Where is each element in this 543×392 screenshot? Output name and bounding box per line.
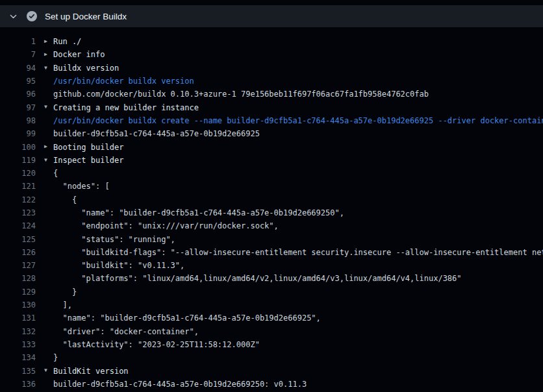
log-line[interactable]: 1 ▶ Run ./ — [0, 35, 543, 48]
collapsed-group-marker-icon[interactable]: ▶ — [36, 35, 53, 48]
log-line: 126 "buildkitd-flags": "--allow-insecure… — [0, 246, 543, 259]
log-text: "name": "builder-d9cfb5a1-c764-445a-a57e… — [53, 208, 344, 217]
log-text[interactable]: Inspect builder — [53, 156, 123, 165]
line-number[interactable]: 124 — [0, 221, 36, 230]
line-number[interactable]: 94 — [0, 64, 36, 73]
log-text[interactable]: BuildKit version — [53, 367, 129, 376]
line-number[interactable]: 7 — [0, 50, 36, 59]
log-text: } — [53, 288, 77, 297]
line-number[interactable]: 123 — [0, 208, 36, 217]
line-number[interactable]: 122 — [0, 195, 36, 204]
line-number[interactable]: 1 — [0, 37, 36, 46]
expanded-group-marker-icon[interactable]: ▼ — [36, 62, 53, 75]
line-number[interactable]: 131 — [0, 313, 36, 323]
collapsed-group-marker-icon[interactable]: ▶ — [36, 140, 53, 153]
log-line: 132 "driver": "docker-container", — [0, 325, 543, 338]
expanded-group-marker-icon[interactable]: ▼ — [36, 101, 53, 114]
log-text: "status": "running", — [53, 235, 175, 244]
expanded-group-marker-icon[interactable]: ▼ — [36, 154, 53, 167]
actions-log-page: { "header": { "title": "Set up Docker Bu… — [0, 0, 543, 392]
log-text: ], — [53, 300, 72, 310]
line-number[interactable]: 127 — [0, 261, 36, 270]
line-number[interactable]: 132 — [0, 327, 36, 336]
log-line: 98 /usr/bin/docker buildx create --name … — [0, 114, 543, 127]
log-line: 133 "lastActivity": "2023-02-25T11:58:12… — [0, 338, 543, 351]
log-line: 99 builder-d9cfb5a1-c764-445a-a57e-0b19d… — [0, 127, 543, 140]
expanded-group-marker-icon[interactable]: ▼ — [36, 364, 53, 377]
log-text[interactable]: Docker info — [53, 50, 105, 59]
log-line: 120 { — [0, 167, 543, 180]
log-line: 96 github.com/docker/buildx 0.10.3+azure… — [0, 88, 543, 101]
line-number[interactable]: 96 — [0, 90, 36, 99]
log-line[interactable]: 97 ▼ Creating a new builder instance — [0, 101, 543, 114]
log-line: 124 "endpoint": "unix:///var/run/docker.… — [0, 219, 543, 232]
line-number[interactable]: 120 — [0, 169, 36, 178]
step-header-set-up-docker-buildx[interactable]: Set up Docker Buildx — [0, 5, 543, 27]
line-number[interactable]: 128 — [0, 274, 36, 283]
line-number[interactable]: 133 — [0, 340, 36, 349]
log-line: 95 /usr/bin/docker buildx version — [0, 75, 543, 88]
log-line: 122 { — [0, 193, 543, 206]
log-line: 136 builder-d9cfb5a1-c764-445a-a57e-0b19… — [0, 378, 543, 391]
log-text: "name": "builder-d9cfb5a1-c764-445a-a57e… — [53, 313, 321, 323]
check-circle-icon — [27, 11, 37, 21]
line-number[interactable]: 121 — [0, 182, 36, 191]
line-number[interactable]: 134 — [0, 353, 36, 362]
line-number[interactable]: 135 — [0, 367, 36, 376]
line-number[interactable]: 129 — [0, 288, 36, 297]
log-text: "lastActivity": "2023-02-25T11:58:12.000… — [53, 340, 260, 349]
log-text: { — [53, 169, 58, 178]
line-number[interactable]: 95 — [0, 77, 36, 86]
log-line: 131 "name": "builder-d9cfb5a1-c764-445a-… — [0, 312, 543, 325]
log-text: } — [53, 353, 58, 362]
log-line: 121 "nodes": [ — [0, 180, 543, 193]
log-text[interactable]: Creating a new builder instance — [53, 103, 199, 112]
step-title: Set up Docker Buildx — [45, 12, 127, 21]
log-line[interactable]: 100 ▶ Booting builder — [0, 140, 543, 153]
line-number[interactable]: 97 — [0, 103, 36, 112]
line-number[interactable]: 130 — [0, 300, 36, 310]
log-text: builder-d9cfb5a1-c764-445a-a57e-0b19d2e6… — [53, 129, 260, 138]
log-text: "driver": "docker-container", — [53, 327, 199, 336]
line-number[interactable]: 125 — [0, 235, 36, 244]
log-line[interactable]: 7 ▶ Docker info — [0, 48, 543, 61]
log-line[interactable]: 94 ▼ Buildx version — [0, 62, 543, 75]
log-text: builder-d9cfb5a1-c764-445a-a57e-0b19d2e6… — [53, 380, 307, 389]
log-line[interactable]: 135 ▼ BuildKit version — [0, 364, 543, 377]
log-text: "buildkitd-flags": "--allow-insecure-ent… — [53, 248, 543, 257]
log-text[interactable]: Buildx version — [53, 64, 119, 73]
log-text: "nodes": [ — [53, 182, 110, 191]
log-line: 123 "name": "builder-d9cfb5a1-c764-445a-… — [0, 206, 543, 219]
log-line: 129 } — [0, 286, 543, 299]
line-number[interactable]: 98 — [0, 116, 36, 125]
log-lines: 1 ▶ Run ./ 7 ▶ Docker info 94 ▼ Buildx v… — [0, 27, 543, 391]
log-text: /usr/bin/docker buildx create --name bui… — [53, 116, 543, 125]
log-line: 125 "status": "running", — [0, 232, 543, 245]
log-line: 127 "buildkit": "v0.11.3", — [0, 259, 543, 272]
log-line: 134 } — [0, 351, 543, 364]
line-number[interactable]: 99 — [0, 129, 36, 138]
log-text: "platforms": "linux/amd64,linux/amd64/v2… — [53, 274, 462, 283]
log-text: github.com/docker/buildx 0.10.3+azure-1 … — [53, 90, 429, 99]
log-text: "buildkit": "v0.11.3", — [53, 261, 184, 270]
line-number[interactable]: 119 — [0, 156, 36, 165]
line-number[interactable]: 100 — [0, 143, 36, 152]
log-text[interactable]: Booting builder — [53, 143, 123, 152]
line-number[interactable]: 136 — [0, 380, 36, 389]
log-text: "endpoint": "unix:///var/run/docker.sock… — [53, 221, 279, 230]
log-text: { — [53, 195, 77, 204]
log-line: 128 "platforms": "linux/amd64,linux/amd6… — [0, 272, 543, 285]
log-text: /usr/bin/docker buildx version — [53, 77, 194, 86]
line-number[interactable]: 126 — [0, 248, 36, 257]
log-line[interactable]: 119 ▼ Inspect builder — [0, 154, 543, 167]
chevron-down-icon[interactable] — [9, 12, 18, 21]
collapsed-group-marker-icon[interactable]: ▶ — [36, 48, 53, 61]
log-line: 130 ], — [0, 299, 543, 312]
log-text[interactable]: Run ./ — [53, 37, 81, 46]
